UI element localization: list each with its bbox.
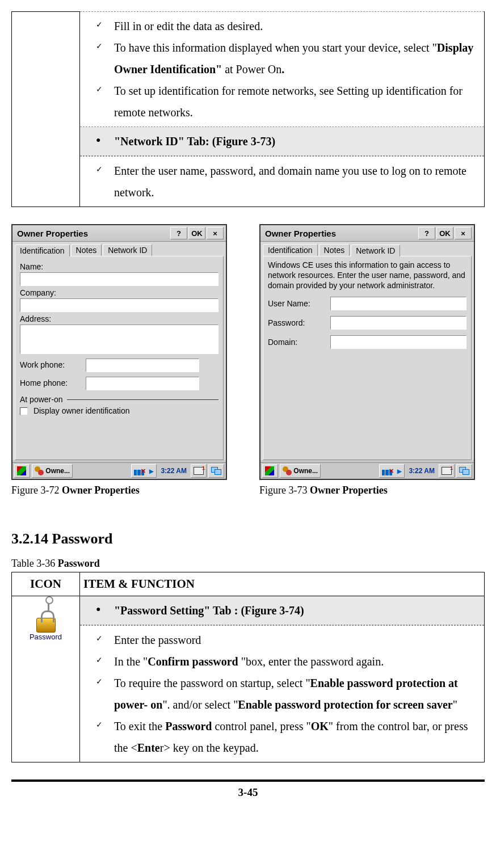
start-flag-icon — [17, 466, 26, 475]
figure-3-72-caption: Figure 3-72 Owner Properties — [11, 484, 237, 496]
password-setting-tab-label: "Password Setting" Tab : (Figure 3-74) — [114, 600, 480, 621]
keyboard-icon — [442, 467, 452, 475]
figure-3-73-caption: Figure 3-73 Owner Properties — [259, 484, 485, 496]
people-icon — [35, 466, 44, 475]
table-3-36-caption: Table 3-36 Password — [11, 558, 485, 570]
header-icon: ICON — [12, 572, 80, 596]
display-owner-checkbox[interactable] — [20, 407, 28, 415]
keyboard-icon — [194, 467, 204, 475]
help-button[interactable]: ? — [418, 227, 435, 239]
signal-tray-icon[interactable]: ✕▶ — [131, 464, 157, 478]
lock-icon — [36, 618, 56, 633]
keyboard-tray-icon[interactable] — [439, 464, 455, 478]
owner-properties-dialog-networkid: Owner Properties ? OK × IdentificationNo… — [259, 224, 475, 480]
help-button[interactable]: ? — [170, 227, 187, 239]
list-item: Enter the password — [114, 629, 480, 651]
display-owner-label: Display owner identification — [33, 406, 130, 415]
header-item-function: ITEM & FUNCTION — [80, 572, 485, 596]
owner-icon-cell-empty — [12, 12, 80, 207]
list-item: Fill in or edit the data as desired. — [114, 15, 480, 37]
list-item: In the "Confirm password "box, enter the… — [114, 651, 480, 672]
dialog2-title: Owner Properties — [263, 229, 417, 238]
owner-bullet-networkid: "Network ID" Tab: (Figure 3-73) — [80, 127, 485, 157]
networkid-tab-label: "Network ID" Tab: (Figure 3-73) — [114, 135, 275, 148]
start-button[interactable] — [262, 464, 278, 478]
list-item: Enter the user name, password, and domai… — [114, 160, 480, 203]
workphone-input[interactable] — [86, 359, 199, 372]
name-input[interactable] — [20, 272, 218, 286]
poweron-label: At power-on — [20, 395, 62, 404]
address-input[interactable] — [20, 325, 218, 354]
owner-properties-dialog-identification: Owner Properties ? OK × IdentificationNo… — [11, 224, 227, 480]
name-label: Name: — [20, 262, 218, 271]
tab-notes[interactable]: Notes — [319, 244, 350, 256]
taskbar-app-button[interactable]: Owne... — [32, 464, 73, 478]
page-number: 3-45 — [11, 786, 485, 799]
start-flag-icon — [265, 466, 274, 475]
company-label: Company: — [20, 288, 218, 297]
close-button[interactable]: × — [455, 227, 472, 239]
list-item: To exit the Password control panel, pres… — [114, 715, 480, 759]
ok-button[interactable]: OK — [188, 227, 205, 239]
username-label: User Name: — [268, 299, 330, 308]
homephone-input[interactable] — [86, 377, 199, 390]
domain-label: Domain: — [268, 338, 330, 347]
tab-identification[interactable]: Identification — [263, 244, 318, 256]
homephone-label: Home phone: — [20, 378, 82, 387]
company-input[interactable] — [20, 298, 218, 312]
password-label: Password: — [268, 318, 330, 327]
dialog1-title: Owner Properties — [15, 229, 169, 238]
signal-tray-icon[interactable]: ✕▶ — [379, 464, 405, 478]
password-input[interactable] — [330, 316, 466, 330]
password-checks-cell: Enter the passwordIn the "Confirm passwo… — [80, 626, 485, 762]
figure-3-73: Owner Properties ? OK × IdentificationNo… — [259, 224, 485, 496]
keyboard-tray-icon[interactable] — [191, 464, 207, 478]
people-icon — [283, 466, 292, 475]
tab-network-id[interactable]: Network ID — [103, 244, 152, 256]
page-footer-rule — [11, 779, 485, 782]
address-label: Address: — [20, 314, 218, 323]
figure-3-72: Owner Properties ? OK × IdentificationNo… — [11, 224, 237, 496]
list-item: To set up identification for remote netw… — [114, 80, 480, 123]
screens-icon — [211, 467, 221, 475]
screens-icon — [459, 467, 469, 475]
owner-checks-cell-2: Enter the user name, password, and domai… — [80, 157, 485, 207]
tab-notes[interactable]: Notes — [71, 244, 102, 256]
screens-tray-icon[interactable] — [208, 464, 224, 478]
taskbar-clock: 3:22 AM — [158, 467, 189, 475]
password-icon-label: Password — [12, 633, 79, 641]
list-item: To require the password on startup, sele… — [114, 672, 480, 715]
workphone-label: Work phone: — [20, 360, 82, 369]
password-icon-cell: Password — [12, 596, 80, 762]
figures-row: Owner Properties ? OK × IdentificationNo… — [11, 224, 485, 496]
taskbar-app-button[interactable]: Owne... — [280, 464, 321, 478]
ok-button[interactable]: OK — [436, 227, 453, 239]
tab-identification[interactable]: Identification — [15, 245, 70, 256]
owner-table-continued: Fill in or edit the data as desired.To h… — [11, 11, 485, 207]
list-item: To have this information displayed when … — [114, 37, 480, 80]
close-button[interactable]: × — [207, 227, 224, 239]
owner-checks-cell-1: Fill in or edit the data as desired.To h… — [80, 12, 485, 127]
section-heading-password: 3.2.14 Password — [11, 530, 485, 547]
networkid-info-text: Windows CE uses this information to gain… — [268, 260, 466, 291]
password-table: ICON ITEM & FUNCTION Password "Password … — [11, 572, 485, 762]
taskbar-clock: 3:22 AM — [406, 467, 437, 475]
screens-tray-icon[interactable] — [456, 464, 472, 478]
tab-network-id[interactable]: Network ID — [351, 245, 400, 256]
domain-input[interactable] — [330, 335, 466, 349]
username-input[interactable] — [330, 297, 466, 310]
taskbar-app-label: Owne... — [293, 467, 318, 475]
taskbar-app-label: Owne... — [45, 467, 70, 475]
start-button[interactable] — [14, 464, 30, 478]
password-bullet-cell: "Password Setting" Tab : (Figure 3-74) — [80, 596, 485, 626]
